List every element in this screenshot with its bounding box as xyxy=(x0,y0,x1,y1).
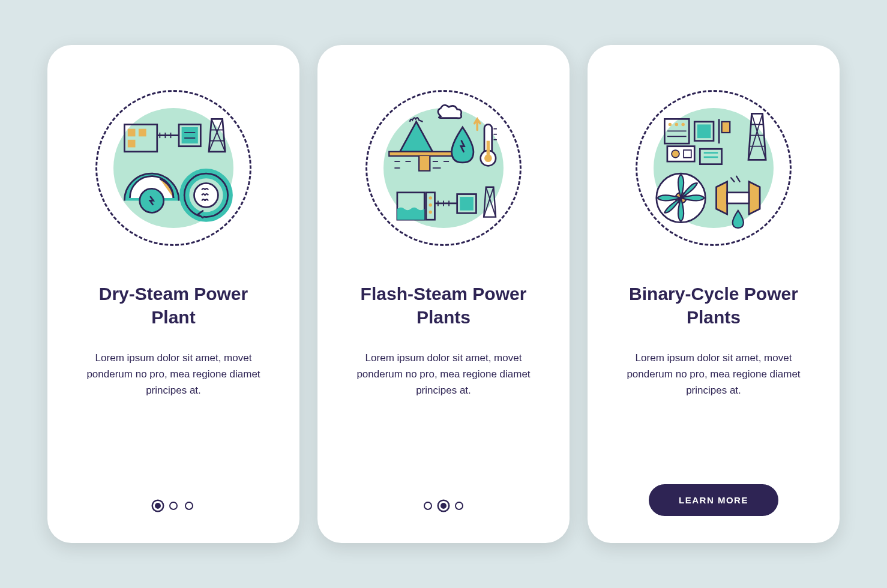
card-description: Lorem ipsum dolor sit amet, movet ponder… xyxy=(338,350,549,399)
svg-rect-9 xyxy=(182,127,198,143)
illustration-flash-steam xyxy=(338,75,549,261)
svg-rect-2 xyxy=(139,129,146,137)
dashed-circle-icon xyxy=(95,90,251,246)
pagination-dots xyxy=(154,502,193,510)
card-title: Flash-Steam Power Plants xyxy=(338,282,549,329)
pagination-dot-3[interactable] xyxy=(455,502,463,510)
card-title: Binary-Cycle Power Plants xyxy=(609,282,819,329)
svg-rect-30 xyxy=(487,141,490,156)
svg-rect-70 xyxy=(727,193,749,203)
svg-rect-1 xyxy=(128,129,136,137)
dashed-circle-icon xyxy=(365,90,522,246)
pagination-dot-1[interactable] xyxy=(155,503,161,509)
svg-point-36 xyxy=(429,203,432,206)
illustration-binary-cycle xyxy=(609,75,819,261)
svg-rect-56 xyxy=(722,122,730,133)
pagination-dot-2[interactable] xyxy=(440,503,447,509)
card-binary-cycle: Binary-Cycle Power Plants Lorem ipsum do… xyxy=(588,45,840,543)
card-title: Dry-Steam Power Plant xyxy=(68,282,278,329)
svg-point-49 xyxy=(675,123,678,126)
svg-rect-0 xyxy=(124,124,157,151)
card-flash-steam: Flash-Steam Power Plants Lorem ipsum dol… xyxy=(317,45,570,543)
svg-rect-54 xyxy=(697,124,711,138)
illustration-dry-steam xyxy=(68,75,278,261)
pagination-dot-3[interactable] xyxy=(185,502,193,510)
svg-point-50 xyxy=(681,123,684,126)
card-description: Lorem ipsum dolor sit amet, movet ponder… xyxy=(68,350,278,399)
pagination-dot-2[interactable] xyxy=(169,502,178,510)
svg-point-48 xyxy=(669,123,672,126)
flash-steam-plant-icon xyxy=(367,84,520,252)
card-dry-steam: Dry-Steam Power Plant Lorem ipsum dolor … xyxy=(47,45,299,543)
svg-point-37 xyxy=(429,211,432,214)
card-description: Lorem ipsum dolor sit amet, movet ponder… xyxy=(609,350,819,399)
onboarding-cards-container: Dry-Steam Power Plant Lorem ipsum dolor … xyxy=(23,21,864,567)
svg-rect-3 xyxy=(128,140,136,148)
svg-point-19 xyxy=(194,183,218,207)
dry-steam-plant-icon xyxy=(97,84,250,252)
pagination-dots xyxy=(424,502,463,510)
svg-point-63 xyxy=(672,150,679,158)
learn-more-button[interactable]: LEARN MORE xyxy=(649,484,778,516)
svg-rect-20 xyxy=(389,152,460,156)
dashed-circle-icon xyxy=(636,90,792,246)
pagination-dot-1[interactable] xyxy=(424,502,432,510)
binary-cycle-plant-icon xyxy=(637,84,790,252)
svg-rect-44 xyxy=(460,197,474,211)
svg-point-35 xyxy=(429,196,432,199)
